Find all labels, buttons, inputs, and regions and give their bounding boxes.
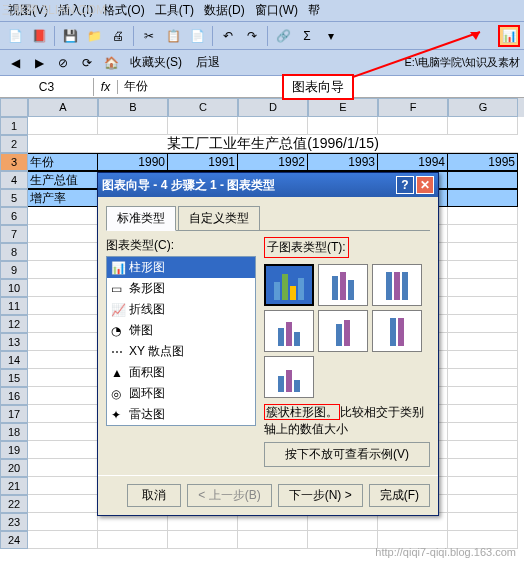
cell[interactable] [448, 495, 518, 513]
cell[interactable]: 1995 [448, 153, 518, 171]
cell[interactable] [448, 441, 518, 459]
cut-icon[interactable]: ✂ [138, 25, 160, 47]
cell[interactable] [238, 117, 308, 135]
cell[interactable]: 1994 [378, 153, 448, 171]
cell[interactable] [28, 405, 98, 423]
cell[interactable] [448, 171, 518, 189]
finish-button[interactable]: 完成(F) [369, 484, 430, 507]
name-box[interactable]: C3 [0, 78, 94, 96]
cell[interactable]: 1993 [308, 153, 378, 171]
print-icon[interactable]: 🖨 [107, 25, 129, 47]
row-header[interactable]: 23 [0, 513, 28, 531]
row-header[interactable]: 22 [0, 495, 28, 513]
row-header[interactable]: 2 [0, 135, 28, 153]
copy-icon[interactable]: 📋 [162, 25, 184, 47]
home-icon[interactable]: 🏠 [100, 52, 122, 74]
cell[interactable] [448, 351, 518, 369]
row-header[interactable]: 19 [0, 441, 28, 459]
sort-icon[interactable]: ▾ [320, 25, 342, 47]
cell[interactable] [98, 531, 168, 549]
cell[interactable] [448, 261, 518, 279]
row-header[interactable]: 20 [0, 459, 28, 477]
row-header[interactable]: 3 [0, 153, 28, 171]
cell[interactable] [28, 513, 98, 531]
row-header[interactable]: 11 [0, 297, 28, 315]
cell[interactable] [448, 315, 518, 333]
row-header[interactable]: 21 [0, 477, 28, 495]
col-header[interactable]: A [28, 98, 98, 117]
row-header[interactable]: 15 [0, 369, 28, 387]
cell[interactable] [448, 513, 518, 531]
fwd-icon[interactable]: ▶ [28, 52, 50, 74]
cell[interactable] [28, 387, 98, 405]
cell[interactable] [448, 333, 518, 351]
cell[interactable] [448, 297, 518, 315]
paste-icon[interactable]: 📄 [186, 25, 208, 47]
row-header[interactable]: 10 [0, 279, 28, 297]
cell[interactable] [28, 351, 98, 369]
row-header[interactable]: 12 [0, 315, 28, 333]
cell[interactable]: 某工厂工业年生产总值(1996/1/15) [28, 135, 518, 153]
cell[interactable] [448, 117, 518, 135]
preview-button[interactable]: 按下不放可查看示例(V) [264, 442, 430, 467]
cell[interactable] [28, 459, 98, 477]
link-icon[interactable]: 🔗 [272, 25, 294, 47]
next-button[interactable]: 下一步(N) > [278, 484, 363, 507]
cell[interactable] [28, 369, 98, 387]
formula-value[interactable]: 年份 [118, 76, 154, 97]
menu-data[interactable]: 数据(D) [200, 0, 249, 21]
cell[interactable] [448, 405, 518, 423]
redo-icon[interactable]: ↷ [241, 25, 263, 47]
subtype-clustered-column[interactable] [264, 264, 314, 306]
cell[interactable] [238, 531, 308, 549]
row-header[interactable]: 8 [0, 243, 28, 261]
cell[interactable] [28, 441, 98, 459]
chart-type-item[interactable]: ▭条形图 [107, 278, 255, 299]
stop-icon[interactable]: ⊘ [52, 52, 74, 74]
cell[interactable] [448, 477, 518, 495]
cell[interactable] [448, 459, 518, 477]
subtype-3d-column[interactable] [264, 356, 314, 398]
close-button[interactable]: ✕ [416, 176, 434, 194]
cell[interactable] [168, 117, 238, 135]
row-header[interactable]: 4 [0, 171, 28, 189]
col-header[interactable]: B [98, 98, 168, 117]
cell[interactable] [28, 423, 98, 441]
col-header[interactable]: C [168, 98, 238, 117]
chart-wizard-button[interactable]: 📊 [498, 25, 520, 47]
row-header[interactable]: 13 [0, 333, 28, 351]
row-header[interactable]: 17 [0, 405, 28, 423]
cell[interactable]: 年份 [28, 153, 98, 171]
col-header[interactable]: D [238, 98, 308, 117]
cell[interactable] [308, 117, 378, 135]
col-header[interactable]: E [308, 98, 378, 117]
dialog-titlebar[interactable]: 图表向导 - 4 步骤之 1 - 图表类型 ? ✕ [98, 173, 438, 197]
row-header[interactable]: 9 [0, 261, 28, 279]
refresh-icon[interactable]: ⟳ [76, 52, 98, 74]
row-header[interactable]: 6 [0, 207, 28, 225]
chart-type-list[interactable]: 📊柱形图▭条形图📈折线图◔饼图⋯XY 散点图▲面积图◎圆环图✦雷达图▦曲面图 [106, 256, 256, 426]
cell[interactable] [28, 315, 98, 333]
chart-type-item[interactable]: ◔饼图 [107, 320, 255, 341]
menu-tools[interactable]: 工具(T) [151, 0, 198, 21]
fav-button[interactable]: 收藏夹(S) [124, 52, 188, 73]
row-header[interactable]: 14 [0, 351, 28, 369]
chart-type-item[interactable]: ▲面积图 [107, 362, 255, 383]
cell[interactable] [28, 225, 98, 243]
tab-custom[interactable]: 自定义类型 [178, 206, 260, 231]
cell[interactable] [28, 243, 98, 261]
subtype-3d-clustered[interactable] [264, 310, 314, 352]
subtype-3d-100[interactable] [372, 310, 422, 352]
cell[interactable]: 1990 [98, 153, 168, 171]
chart-type-item[interactable]: 📈折线图 [107, 299, 255, 320]
menu-format[interactable]: 格式(O) [99, 0, 148, 21]
cell[interactable]: 1991 [168, 153, 238, 171]
subtype-3d-stacked[interactable] [318, 310, 368, 352]
subtype-stacked-column[interactable] [318, 264, 368, 306]
row-header[interactable]: 24 [0, 531, 28, 549]
col-header[interactable]: F [378, 98, 448, 117]
tab-standard[interactable]: 标准类型 [106, 206, 176, 231]
sum-icon[interactable]: Σ [296, 25, 318, 47]
col-header[interactable]: G [448, 98, 518, 117]
cell[interactable] [308, 531, 378, 549]
